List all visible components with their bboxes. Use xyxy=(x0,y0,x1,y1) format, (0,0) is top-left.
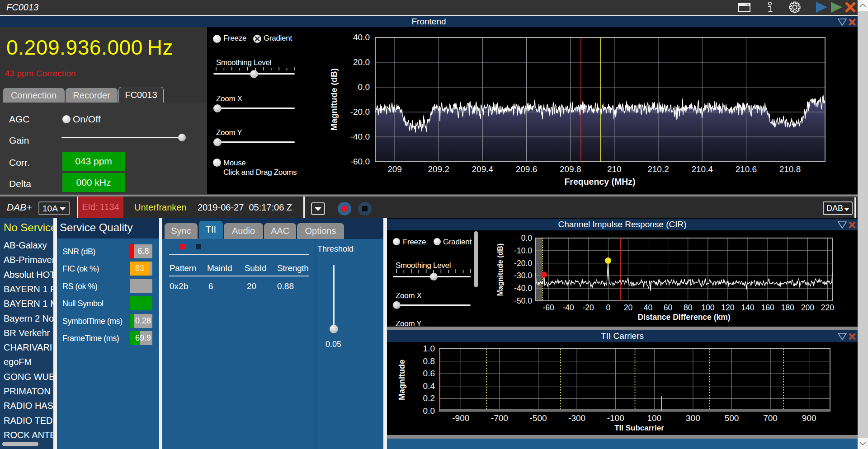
svg-text:209.6: 209.6 xyxy=(516,164,538,174)
svg-text:Magnitude (dB): Magnitude (dB) xyxy=(329,68,339,131)
svg-text:80: 80 xyxy=(684,303,693,312)
svg-text:1.0: 1.0 xyxy=(423,344,435,353)
svg-text:0: 0 xyxy=(606,303,610,312)
svg-text:100: 100 xyxy=(647,413,661,423)
svg-text:120: 120 xyxy=(721,303,734,312)
svg-text:700: 700 xyxy=(763,413,778,423)
svg-text:0.8: 0.8 xyxy=(423,356,435,366)
svg-text:210.4: 210.4 xyxy=(691,164,713,174)
svg-text:100: 100 xyxy=(701,303,714,312)
svg-text:-60.0: -60.0 xyxy=(350,157,370,166)
svg-text:500: 500 xyxy=(725,413,739,423)
svg-text:Magnitude (dB): Magnitude (dB) xyxy=(496,243,504,296)
svg-text:209.4: 209.4 xyxy=(472,164,494,174)
svg-text:-500: -500 xyxy=(529,413,547,423)
svg-text:-30.0: -30.0 xyxy=(514,271,532,280)
svg-text:40: 40 xyxy=(644,303,653,312)
svg-text:40.0: 40.0 xyxy=(353,33,370,42)
svg-text:-300: -300 xyxy=(568,413,585,423)
svg-text:20: 20 xyxy=(624,303,633,312)
svg-text:-20: -20 xyxy=(583,303,594,312)
svg-text:200: 200 xyxy=(801,303,814,312)
svg-text:60: 60 xyxy=(664,303,673,312)
svg-text:20.0: 20.0 xyxy=(353,57,370,67)
svg-text:300: 300 xyxy=(686,413,700,423)
svg-text:900: 900 xyxy=(802,413,816,423)
svg-text:-20.0: -20.0 xyxy=(514,259,532,268)
svg-text:-100: -100 xyxy=(607,413,624,423)
svg-text:210.8: 210.8 xyxy=(779,164,801,174)
svg-text:180: 180 xyxy=(781,303,794,312)
svg-text:210.6: 210.6 xyxy=(736,164,757,174)
svg-text:209: 209 xyxy=(387,164,402,174)
svg-text:160: 160 xyxy=(761,303,774,312)
svg-text:-40.0: -40.0 xyxy=(514,284,532,293)
svg-text:-10.0: -10.0 xyxy=(514,246,532,255)
svg-text:-900: -900 xyxy=(452,413,469,423)
svg-text:0.0: 0.0 xyxy=(423,406,435,416)
svg-text:TII Subcarrier: TII Subcarrier xyxy=(614,424,664,432)
svg-text:0.0: 0.0 xyxy=(358,82,370,92)
svg-text:-40: -40 xyxy=(562,303,574,312)
svg-text:0.4: 0.4 xyxy=(423,381,435,391)
svg-text:0.0: 0.0 xyxy=(521,234,533,243)
svg-text:210: 210 xyxy=(607,164,622,174)
svg-text:140: 140 xyxy=(741,303,754,312)
svg-text:Distance Difference (km): Distance Difference (km) xyxy=(637,313,730,322)
svg-text:-50.0: -50.0 xyxy=(514,296,532,305)
svg-text:Magnitude: Magnitude xyxy=(397,360,406,400)
svg-text:220: 220 xyxy=(821,303,834,312)
svg-text:-700: -700 xyxy=(491,413,508,423)
svg-text:209.8: 209.8 xyxy=(560,164,581,174)
svg-text:Frequency (MHz): Frequency (MHz) xyxy=(564,177,635,187)
svg-text:0.6: 0.6 xyxy=(423,369,435,378)
svg-text:-40.0: -40.0 xyxy=(350,132,370,141)
svg-text:-20.0: -20.0 xyxy=(350,107,370,117)
svg-text:210.2: 210.2 xyxy=(647,164,669,174)
svg-text:-60: -60 xyxy=(542,303,554,312)
svg-text:0.2: 0.2 xyxy=(423,393,435,403)
svg-text:209.2: 209.2 xyxy=(428,164,449,174)
